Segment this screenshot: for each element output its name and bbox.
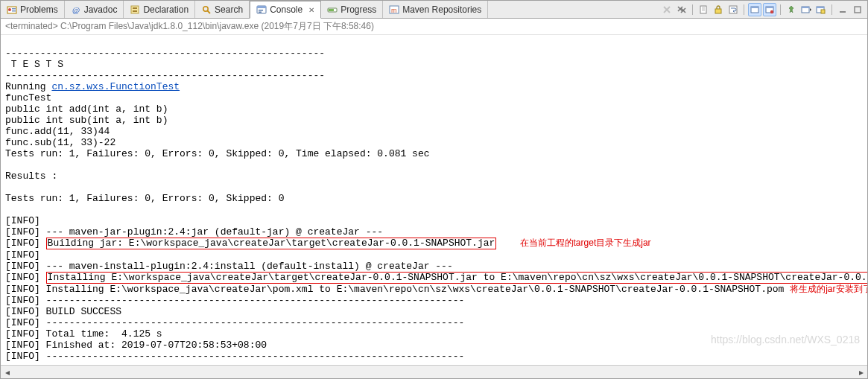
svg-rect-31 xyxy=(751,7,758,8)
tab-label: Progress xyxy=(340,4,376,15)
tab-javadoc[interactable]: @ Javadoc xyxy=(65,1,124,18)
svg-point-8 xyxy=(203,6,208,10)
tab-label: Javadoc xyxy=(84,4,118,15)
tab-maven-repos[interactable]: m Maven Repositories xyxy=(383,1,488,18)
toolbar-separator xyxy=(831,4,832,15)
svg-rect-3 xyxy=(12,10,16,12)
search-icon xyxy=(201,4,212,15)
show-on-stderr-button[interactable] xyxy=(763,3,776,16)
tab-label: Maven Repositories xyxy=(402,4,481,15)
svg-rect-2 xyxy=(12,8,16,10)
svg-point-1 xyxy=(8,8,11,11)
annotation-target-jar: 在当前工程的target目录下生成jar xyxy=(520,238,651,248)
svg-rect-41 xyxy=(855,7,861,13)
status-path: C:\Program Files\Java\jdk1.8.0_112\bin\j… xyxy=(60,21,259,31)
tab-console[interactable]: Console ✕ xyxy=(250,1,321,19)
javadoc-icon: @ xyxy=(71,4,81,15)
scroll-lock-button[interactable] xyxy=(712,3,725,16)
tab-progress[interactable]: Progress xyxy=(321,1,383,18)
svg-rect-12 xyxy=(259,10,263,11)
svg-rect-7 xyxy=(133,10,137,12)
svg-rect-36 xyxy=(802,7,809,8)
console-icon xyxy=(256,4,267,15)
toolbar-separator xyxy=(744,4,744,15)
open-console-button[interactable] xyxy=(814,3,828,16)
svg-rect-40 xyxy=(840,11,846,13)
problems-icon xyxy=(7,4,17,15)
view-tab-bar: Problems @ Javadoc Declaration Search Co… xyxy=(1,1,867,19)
display-console-button[interactable] xyxy=(799,3,813,16)
horizontal-scrollbar[interactable]: ◂ ▸ xyxy=(1,365,867,378)
show-on-stdout-button[interactable] xyxy=(748,3,761,16)
svg-text:@: @ xyxy=(72,5,80,14)
scroll-track[interactable] xyxy=(13,366,855,378)
tab-search[interactable]: Search xyxy=(195,1,250,18)
console-output: ----------------------------------------… xyxy=(1,35,867,365)
svg-line-9 xyxy=(208,10,211,13)
svg-point-34 xyxy=(770,10,773,13)
clear-console-button[interactable] xyxy=(697,3,710,16)
highlight-box-install-jar: Installing E:\workspace_java\createJar\t… xyxy=(46,272,867,284)
highlight-box-build-jar: Building jar: E:\workspace_java\createJa… xyxy=(46,238,497,249)
progress-icon xyxy=(327,4,338,15)
maximize-button[interactable] xyxy=(851,3,864,16)
scroll-right-arrow[interactable]: ▸ xyxy=(855,366,867,378)
status-timestamp: (2019年7月7日 下午8:58:46) xyxy=(259,21,374,31)
tab-label: Search xyxy=(215,4,243,15)
svg-rect-11 xyxy=(257,6,266,8)
console-scroll-area[interactable]: ----------------------------------------… xyxy=(1,35,867,365)
svg-rect-39 xyxy=(821,10,825,13)
annotation-local-repo: 将生成的jar安装到了本地仓库 xyxy=(790,284,867,294)
toolbar-separator xyxy=(692,4,693,15)
remove-launch-button[interactable] xyxy=(660,3,674,16)
svg-rect-38 xyxy=(817,7,824,8)
svg-rect-28 xyxy=(715,9,721,13)
declaration-icon xyxy=(130,4,140,15)
test-class-link[interactable]: cn.sz.wxs.FunctionTest xyxy=(51,81,180,92)
svg-text:m: m xyxy=(391,7,397,14)
tab-label: Declaration xyxy=(143,4,189,15)
toolbar-separator xyxy=(780,4,781,15)
console-process-status: <terminated> C:\Program Files\Java\jdk1.… xyxy=(1,19,867,35)
svg-rect-33 xyxy=(766,7,773,8)
tab-label: Console xyxy=(270,4,302,15)
view-tabs: Problems @ Javadoc Declaration Search Co… xyxy=(1,1,488,18)
pin-console-button[interactable] xyxy=(785,3,798,16)
minimize-button[interactable] xyxy=(836,3,849,16)
svg-rect-13 xyxy=(259,12,262,13)
svg-rect-6 xyxy=(133,7,137,9)
svg-rect-5 xyxy=(131,6,139,13)
tab-label: Problems xyxy=(20,4,58,15)
svg-rect-15 xyxy=(329,9,334,11)
tab-problems[interactable]: Problems xyxy=(1,1,65,18)
remove-all-button[interactable] xyxy=(675,3,688,16)
close-icon[interactable]: ✕ xyxy=(308,6,314,14)
console-toolbar xyxy=(657,1,867,18)
tab-declaration[interactable]: Declaration xyxy=(124,1,195,18)
maven-icon: m xyxy=(389,4,399,15)
word-wrap-button[interactable] xyxy=(726,3,740,16)
scroll-left-arrow[interactable]: ◂ xyxy=(1,366,13,378)
status-prefix: <terminated> xyxy=(5,21,60,31)
